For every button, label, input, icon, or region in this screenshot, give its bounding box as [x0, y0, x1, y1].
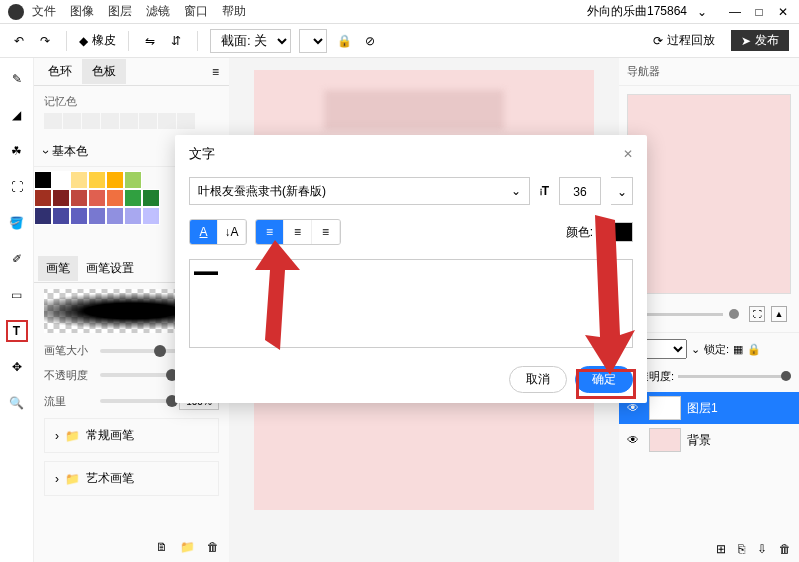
color-swatch[interactable]	[70, 207, 88, 225]
text-horizontal-button[interactable]: A	[190, 220, 218, 244]
tab-brush[interactable]: 画笔	[38, 256, 78, 281]
flip-icon[interactable]: ▲	[771, 306, 787, 322]
flip-v-icon[interactable]: ⇵	[167, 32, 185, 50]
color-swatch[interactable]	[124, 171, 142, 189]
ok-button[interactable]: 确定	[575, 366, 633, 393]
font-size-input[interactable]: 36	[559, 177, 601, 205]
lock-icon[interactable]: 🔒	[335, 32, 353, 50]
menu-help[interactable]: 帮助	[222, 3, 246, 20]
dialog-close-icon[interactable]: ✕	[623, 147, 633, 161]
smudge-tool[interactable]: ☘	[6, 140, 28, 162]
text-tool[interactable]: T	[6, 320, 28, 342]
text-color-chip[interactable]	[607, 222, 633, 242]
menu-image[interactable]: 图像	[70, 3, 94, 20]
align-left-button[interactable]: ≡	[256, 220, 284, 244]
color-swatch[interactable]	[88, 171, 106, 189]
crop-dd[interactable]	[299, 29, 327, 53]
layer-name[interactable]: 背景	[687, 432, 711, 449]
lock-all-icon[interactable]: 🔒	[747, 343, 761, 356]
delete-layer-icon[interactable]: 🗑	[779, 542, 791, 556]
chevron-down-icon: ⌄	[691, 343, 700, 356]
color-swatch[interactable]	[70, 189, 88, 207]
color-swatch[interactable]	[88, 207, 106, 225]
flow-slider[interactable]	[100, 399, 173, 403]
panel-menu-icon[interactable]: ≡	[212, 65, 225, 79]
flow-label: 流里	[44, 394, 94, 409]
color-swatch[interactable]	[124, 207, 142, 225]
eraser-icon: ◆	[79, 34, 88, 48]
crop-select[interactable]: 截面: 关	[210, 29, 291, 53]
tab-color-ring[interactable]: 色环	[38, 59, 82, 84]
eyedropper-tool[interactable]: ✐	[6, 248, 28, 270]
layer-name[interactable]: 图层1	[687, 400, 718, 417]
menu-filter[interactable]: 滤镜	[146, 3, 170, 20]
opacity-slider[interactable]	[100, 373, 173, 377]
flip-h-icon[interactable]: ⇋	[141, 32, 159, 50]
redo-button[interactable]: ↷	[36, 32, 54, 50]
visibility-icon[interactable]: 👁	[627, 401, 643, 415]
fill-tool[interactable]: 🪣	[6, 212, 28, 234]
color-swatch[interactable]	[106, 171, 124, 189]
add-layer-icon[interactable]: ⊞	[716, 542, 726, 556]
cancel-button[interactable]: 取消	[509, 366, 567, 393]
close-button[interactable]: ✕	[775, 5, 791, 19]
document-name[interactable]: 外向的乐曲175864	[587, 3, 687, 20]
color-swatch[interactable]	[34, 189, 52, 207]
chevron-right-icon: ›	[55, 429, 59, 443]
new-folder-icon[interactable]: 📁	[180, 540, 195, 554]
fit-icon[interactable]: ⛶	[749, 306, 765, 322]
color-swatch[interactable]	[88, 189, 106, 207]
font-family-select[interactable]: 叶根友蚕燕隶书(新春版) ⌄	[189, 177, 530, 205]
color-swatch[interactable]	[142, 207, 160, 225]
doc-dropdown-icon[interactable]: ⌄	[697, 5, 707, 19]
color-swatch[interactable]	[106, 189, 124, 207]
eraser-tool[interactable]: ◢	[6, 104, 28, 126]
chevron-down-icon: ⌄	[511, 184, 521, 198]
no-icon[interactable]: ⊘	[361, 32, 379, 50]
color-swatch[interactable]	[70, 171, 88, 189]
zoom-thumb[interactable]	[729, 309, 739, 319]
new-page-icon[interactable]: 🗎	[156, 540, 168, 554]
minimize-button[interactable]: —	[727, 5, 743, 19]
lock-px-icon[interactable]: ▦	[733, 343, 743, 356]
color-swatch[interactable]	[106, 207, 124, 225]
color-swatch[interactable]	[52, 189, 70, 207]
text-vertical-button[interactable]: ↓A	[218, 220, 246, 244]
merge-icon[interactable]: ⇩	[757, 542, 767, 556]
opacity-label: 不透明度	[44, 368, 94, 383]
publish-button[interactable]: ➤ 发布	[731, 30, 789, 51]
copy-layer-icon[interactable]: ⎘	[738, 542, 745, 556]
brushes-regular[interactable]: › 📁 常规画笔	[44, 418, 219, 453]
menu-file[interactable]: 文件	[32, 3, 56, 20]
brush-tool[interactable]: ✎	[6, 68, 28, 90]
navigator-preview[interactable]	[627, 94, 791, 294]
text-input[interactable]: ▬▬	[189, 259, 633, 348]
font-size-dropdown[interactable]: ⌄	[611, 177, 633, 205]
eraser-tool-option[interactable]: ◆ 橡皮	[79, 32, 116, 49]
delete-icon[interactable]: 🗑	[207, 540, 219, 554]
visibility-icon[interactable]: 👁	[627, 433, 643, 447]
replay-button[interactable]: ⟳ 过程回放	[647, 30, 721, 51]
maximize-button[interactable]: □	[751, 5, 767, 19]
color-swatch[interactable]	[34, 207, 52, 225]
color-swatch[interactable]	[52, 171, 70, 189]
lock-label: 锁定:	[704, 342, 729, 357]
color-swatch[interactable]	[52, 207, 70, 225]
zoom-tool[interactable]: 🔍	[6, 392, 28, 414]
tab-brush-settings[interactable]: 画笔设置	[78, 256, 142, 281]
align-right-button[interactable]: ≡	[312, 220, 340, 244]
menu-window[interactable]: 窗口	[184, 3, 208, 20]
color-swatch[interactable]	[142, 189, 160, 207]
undo-button[interactable]: ↶	[10, 32, 28, 50]
brushes-art[interactable]: › 📁 艺术画笔	[44, 461, 219, 496]
marquee-tool[interactable]: ⛶	[6, 176, 28, 198]
tab-color-board[interactable]: 色板	[82, 59, 126, 84]
align-center-button[interactable]: ≡	[284, 220, 312, 244]
layer-opacity-slider[interactable]	[678, 375, 791, 378]
shape-tool[interactable]: ▭	[6, 284, 28, 306]
color-swatch[interactable]	[124, 189, 142, 207]
move-tool[interactable]: ✥	[6, 356, 28, 378]
layer-row-bg[interactable]: 👁 背景	[619, 424, 799, 456]
color-swatch[interactable]	[34, 171, 52, 189]
menu-layer[interactable]: 图层	[108, 3, 132, 20]
